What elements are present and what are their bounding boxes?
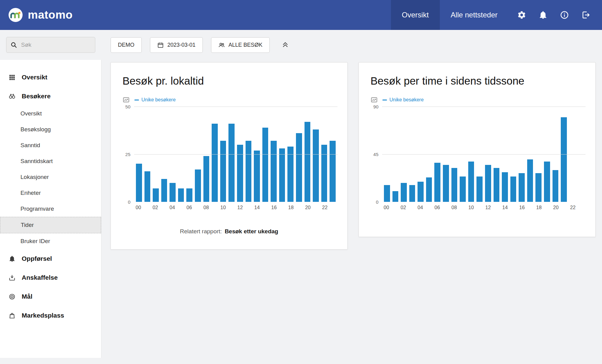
bar-hour-14[interactable] <box>502 172 508 202</box>
bar-hour-07[interactable] <box>443 165 449 202</box>
bar-hour-13[interactable] <box>246 141 252 202</box>
sidebar-item-label: Besøkslogg <box>20 126 51 133</box>
bar-hour-10[interactable] <box>468 162 474 202</box>
bar-hour-20[interactable] <box>305 122 311 202</box>
bar-hour-06[interactable] <box>434 163 440 202</box>
export-image-icon[interactable] <box>122 96 130 104</box>
x-tick-label: 06 <box>434 205 440 210</box>
bar-hour-00[interactable] <box>384 185 390 202</box>
bar-hour-17[interactable] <box>527 159 533 202</box>
sidebar-item-tider[interactable]: Tider <box>0 217 101 233</box>
bar-hour-08[interactable] <box>451 168 458 202</box>
sidebar-item-markedsplass[interactable]: Markedsplass <box>0 306 101 325</box>
sidebar-item-enheter[interactable]: Enheter <box>0 185 101 201</box>
legend-unike-besokere[interactable]: Unike besøkere <box>134 97 176 103</box>
sidebar-item-sanntid[interactable]: Sanntid <box>0 137 101 153</box>
sidebar-item-oversikt[interactable]: Oversikt <box>0 68 101 87</box>
bar-hour-04[interactable] <box>418 182 424 202</box>
bar-hour-00[interactable] <box>136 164 142 202</box>
sidebar-item-bes-kere[interactable]: Besøkere <box>0 87 101 106</box>
x-tick-label: 02 <box>152 205 158 210</box>
bar-hour-15[interactable] <box>510 177 516 202</box>
bar-hour-06[interactable] <box>186 188 192 202</box>
x-tick-label: 06 <box>186 205 192 210</box>
bar-hour-15[interactable] <box>262 128 268 202</box>
bell-button[interactable] <box>532 0 554 30</box>
bar-hour-01[interactable] <box>392 191 399 202</box>
collapse-toolbar-button[interactable] <box>280 39 291 51</box>
site-selector-button[interactable]: DEMO <box>111 37 142 53</box>
bar-hour-17[interactable] <box>279 148 285 202</box>
bar-hour-09[interactable] <box>212 124 218 202</box>
bar-hour-19[interactable] <box>296 133 302 202</box>
y-tick-label: 50 <box>125 104 130 109</box>
bar-hour-09[interactable] <box>460 177 466 202</box>
sidebar-item-programvare[interactable]: Programvare <box>0 201 101 217</box>
export-image-icon[interactable] <box>370 96 378 104</box>
sidebar-item-bes-kslogg[interactable]: Besøkslogg <box>0 122 101 137</box>
bar-hour-04[interactable] <box>170 183 176 202</box>
bar-hour-20[interactable] <box>553 170 559 202</box>
bar-hour-21[interactable] <box>313 129 319 202</box>
sidebar-item-m-l[interactable]: Mål <box>0 287 101 306</box>
legend-label: Unike besøkere <box>389 97 424 103</box>
y-tick-label: 0 <box>128 199 130 205</box>
bar-hour-23[interactable] <box>330 141 336 202</box>
bar-hour-16[interactable] <box>271 141 277 202</box>
nav-item-oversikt[interactable]: Oversikt <box>391 0 440 30</box>
gear-button[interactable] <box>511 0 532 30</box>
x-tick-label: 20 <box>553 205 559 210</box>
x-tick-label: 12 <box>485 205 491 210</box>
legend-series-marker <box>382 100 387 100</box>
sidebar-item-anskaffelse[interactable]: Anskaffelse <box>0 268 101 287</box>
bar-hour-12[interactable] <box>237 145 243 202</box>
bar-hour-02[interactable] <box>401 183 407 202</box>
bar-hour-22[interactable] <box>321 145 327 202</box>
card-besok-pr-lokaltid: Besøk pr. lokaltid Unike besøkere 02550 … <box>111 62 348 249</box>
bar-hour-12[interactable] <box>485 165 491 202</box>
bar-hour-11[interactable] <box>476 177 483 202</box>
bar-hour-21[interactable] <box>561 117 567 202</box>
sidebar-item-bruker-ider[interactable]: Bruker IDer <box>0 233 101 249</box>
bar-hour-03[interactable] <box>161 179 167 202</box>
sidebar-item-lokasjoner[interactable]: Lokasjoner <box>0 169 101 185</box>
bar-hour-19[interactable] <box>544 162 550 202</box>
bar-hour-14[interactable] <box>254 151 260 202</box>
segment-selector-button[interactable]: ALLE BESØK <box>211 37 270 53</box>
site-selector-label: DEMO <box>118 42 134 48</box>
search-column <box>0 37 101 53</box>
brand[interactable]: matomo <box>0 0 81 30</box>
search-input[interactable] <box>6 37 95 53</box>
sidebar-item-oppf-rsel[interactable]: Oppførsel <box>0 249 101 268</box>
related-report-link[interactable]: Besøk etter ukedag <box>225 228 278 235</box>
bar-hour-18[interactable] <box>287 147 294 202</box>
bar-hour-02[interactable] <box>153 188 159 202</box>
logout-button[interactable] <box>575 0 597 30</box>
info-button[interactable] <box>554 0 575 30</box>
sidebar-item-oversikt[interactable]: Oversikt <box>0 106 101 122</box>
nav-item-alle-nettsteder[interactable]: Alle nettsteder <box>440 0 509 30</box>
bar-hour-05[interactable] <box>178 188 184 202</box>
bar-hour-03[interactable] <box>409 185 415 202</box>
bar-hour-05[interactable] <box>426 177 432 202</box>
bar-hour-08[interactable] <box>203 156 210 202</box>
matomo-logo-icon <box>8 7 23 23</box>
sidebar-item-sanntidskart[interactable]: Sanntidskart <box>0 153 101 169</box>
legend-unike-besokere[interactable]: Unike besøkere <box>382 97 424 103</box>
card-besok-per-time-tidssone: Besøk per time i sidens tidssone Unike b… <box>359 62 596 237</box>
bar-hour-01[interactable] <box>144 171 151 202</box>
bar-hour-11[interactable] <box>228 124 235 202</box>
sidebar-item-label: Markedsplass <box>22 312 64 319</box>
bar-hour-16[interactable] <box>519 173 525 202</box>
bar-hour-18[interactable] <box>535 173 542 202</box>
chart-besok-per-time-tidssone: Unike besøkere 04590 0002040608101214161… <box>369 96 586 213</box>
related-report: Relatert rapport: Besøk etter ukedag <box>121 228 337 235</box>
plot-wrap: 000204060810121416182022 <box>382 107 586 213</box>
legend-label: Unike besøkere <box>141 97 176 103</box>
x-tick-label: 08 <box>203 205 209 210</box>
bar-hour-13[interactable] <box>494 168 500 202</box>
bar-hour-10[interactable] <box>220 141 226 202</box>
bar-hour-07[interactable] <box>195 169 201 202</box>
x-tick-label: 14 <box>254 205 260 210</box>
date-range-button[interactable]: 2023-03-01 <box>150 37 203 53</box>
